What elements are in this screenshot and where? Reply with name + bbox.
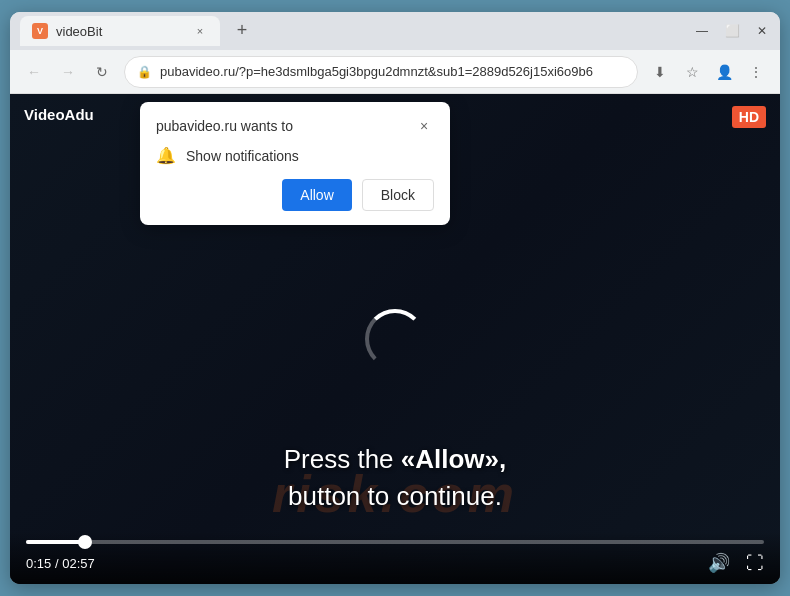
notification-popup: pubavideo.ru wants to × 🔔 Show notificat…: [140, 102, 450, 225]
menu-icon[interactable]: ⋮: [744, 60, 768, 84]
video-controls: 0:15 / 02:57 🔊 ⛶: [10, 532, 780, 584]
loading-spinner: [365, 309, 425, 369]
popup-title: pubavideo.ru wants to: [156, 118, 293, 134]
block-button[interactable]: Block: [362, 179, 434, 211]
forward-button[interactable]: →: [56, 60, 80, 84]
notification-row: 🔔 Show notifications: [156, 146, 434, 165]
minimize-button[interactable]: —: [694, 23, 710, 39]
right-controls: 🔊 ⛶: [708, 552, 764, 574]
video-label: VideoAdu: [24, 106, 94, 123]
maximize-button[interactable]: ⬜: [724, 23, 740, 39]
time-display: 0:15 / 02:57: [26, 556, 95, 571]
tab-title: videoBit: [56, 24, 184, 39]
close-button[interactable]: ✕: [754, 23, 770, 39]
controls-row: 0:15 / 02:57 🔊 ⛶: [26, 552, 764, 574]
new-tab-button[interactable]: +: [228, 16, 256, 44]
subtitle-line2: button to continue.: [284, 478, 507, 514]
volume-icon[interactable]: 🔊: [708, 552, 730, 574]
progress-bar[interactable]: [26, 540, 764, 544]
bookmark-icon[interactable]: ☆: [680, 60, 704, 84]
browser-tab[interactable]: V videoBit ×: [20, 16, 220, 46]
address-bar: ← → ↻ 🔒 pubavideo.ru/?p=he3dsmlbga5gi3bp…: [10, 50, 780, 94]
fullscreen-icon[interactable]: ⛶: [746, 553, 764, 574]
browser-window: V videoBit × + — ⬜ ✕ ← → ↻ 🔒 pubavideo.r…: [10, 12, 780, 584]
popup-close-button[interactable]: ×: [414, 116, 434, 136]
title-bar: V videoBit × + — ⬜ ✕: [10, 12, 780, 50]
subtitle-text: Press the «Allow», button to continue.: [284, 441, 507, 514]
address-text: pubavideo.ru/?p=he3dsmlbga5gi3bpgu2dmnzt…: [160, 64, 625, 79]
address-actions: ⬇ ☆ 👤 ⋮: [648, 60, 768, 84]
back-button[interactable]: ←: [22, 60, 46, 84]
subtitle-line1: Press the «Allow»,: [284, 441, 507, 477]
tab-favicon: V: [32, 23, 48, 39]
refresh-button[interactable]: ↻: [90, 60, 114, 84]
notification-label: Show notifications: [186, 148, 299, 164]
popup-header: pubavideo.ru wants to ×: [156, 116, 434, 136]
hd-badge: HD: [732, 106, 766, 128]
download-icon[interactable]: ⬇: [648, 60, 672, 84]
content-area: risk.com VideoAdu HD Press the «Allow», …: [10, 94, 780, 584]
tab-close-button[interactable]: ×: [192, 23, 208, 39]
address-field[interactable]: 🔒 pubavideo.ru/?p=he3dsmlbga5gi3bpgu2dmn…: [124, 56, 638, 88]
progress-thumb: [78, 535, 92, 549]
progress-fill: [26, 540, 85, 544]
popup-buttons: Allow Block: [156, 179, 434, 211]
bell-icon: 🔔: [156, 146, 176, 165]
profile-icon[interactable]: 👤: [712, 60, 736, 84]
allow-button[interactable]: Allow: [282, 179, 351, 211]
lock-icon: 🔒: [137, 65, 152, 79]
window-controls: — ⬜ ✕: [694, 23, 770, 39]
